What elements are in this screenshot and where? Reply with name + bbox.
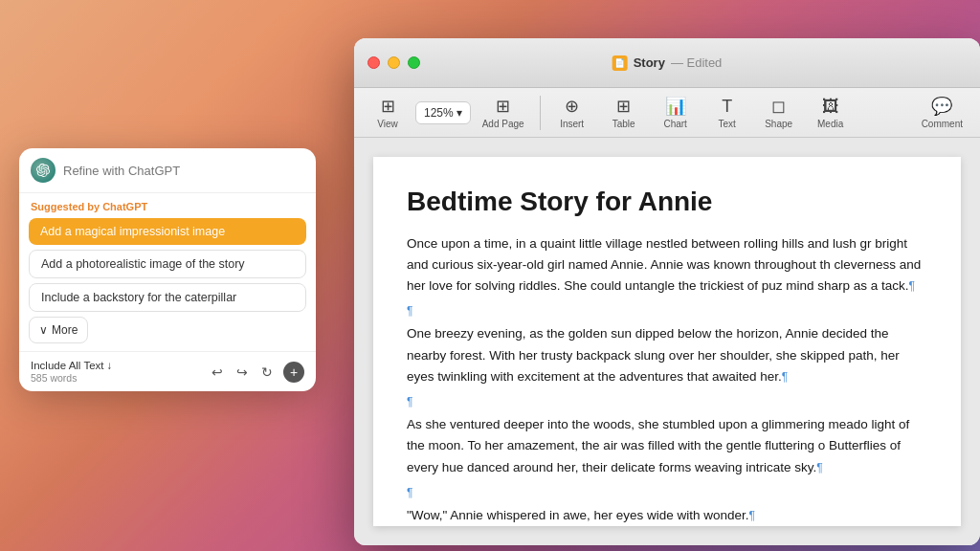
chatgpt-suggestions-area: Suggested by ChatGPT Add a magical impre…	[19, 193, 316, 351]
chatgpt-search-bar	[19, 148, 316, 193]
toolbar-separator-1	[540, 96, 541, 130]
table-label: Table	[612, 119, 635, 129]
zoom-value: 125%	[424, 106, 454, 120]
document-name: Story	[634, 55, 665, 70]
pilcrow-3: ¶	[816, 461, 822, 474]
window-title: 📄 Story — Edited	[612, 55, 723, 71]
include-expand-icon: ↓	[107, 360, 113, 371]
toolbar-chart[interactable]: 📊 Chart	[652, 92, 700, 133]
chatgpt-search-input[interactable]	[63, 164, 304, 178]
suggestion-button-2[interactable]: Add a photorealistic image of the story	[29, 250, 306, 278]
chart-label: Chart	[663, 119, 686, 129]
suggestion-button-1[interactable]: Add a magical impressionist image	[29, 218, 306, 245]
more-chevron-icon: ∨	[39, 323, 48, 337]
chart-icon: 📊	[665, 96, 686, 117]
doc-paragraph-2: One breezy evening, as the golden sun di…	[407, 323, 927, 387]
toolbar-view[interactable]: ⊞ View	[364, 92, 412, 133]
include-all-text-label: Include All Text	[31, 360, 104, 371]
toolbar-add-page[interactable]: ⊞ Add Page	[475, 92, 532, 133]
document-icon: 📄	[612, 55, 628, 71]
media-icon: 🖼	[822, 97, 839, 117]
toolbar-table[interactable]: ⊞ Table	[600, 92, 648, 133]
shape-icon: ◻	[771, 96, 786, 117]
document-area: Bedtime Story for Annie Once upon a time…	[354, 138, 980, 545]
footer-left: Include All Text ↓ 585 words	[31, 360, 205, 384]
refresh-button[interactable]: ↻	[258, 362, 276, 383]
view-label: View	[377, 119, 398, 129]
toolbar-insert[interactable]: ⊕ Insert	[548, 92, 596, 133]
text-icon: T	[722, 97, 732, 117]
maximize-button[interactable]	[408, 56, 420, 69]
include-all-text: Include All Text ↓	[31, 360, 205, 371]
add-button[interactable]: +	[283, 362, 304, 383]
pilcrow-4: ¶	[749, 509, 755, 522]
doc-paragraph-3: As she ventured deeper into the woods, s…	[407, 414, 927, 478]
redo-button[interactable]: ↪	[234, 362, 251, 383]
pilcrow-2: ¶	[782, 370, 788, 384]
doc-spacer-2: ¶	[407, 395, 927, 408]
zoom-chevron-icon: ▾	[457, 106, 462, 120]
toolbar-shape[interactable]: ◻ Shape	[755, 92, 803, 133]
close-button[interactable]	[368, 56, 380, 69]
doc-spacer-3: ¶	[407, 486, 927, 499]
document-page: Bedtime Story for Annie Once upon a time…	[373, 157, 961, 526]
more-label: More	[52, 323, 78, 337]
chatgpt-panel: Suggested by ChatGPT Add a magical impre…	[19, 148, 316, 391]
undo-button[interactable]: ↩	[209, 362, 226, 383]
suggested-by-label: Suggested by ChatGPT	[29, 201, 306, 212]
footer-actions: ↩ ↪ ↻ +	[209, 362, 304, 383]
chatgpt-footer: Include All Text ↓ 585 words ↩ ↪ ↻ +	[19, 351, 316, 391]
traffic-lights	[368, 56, 420, 69]
toolbar-comment[interactable]: 💬 Comment	[914, 92, 970, 133]
insert-icon: ⊕	[565, 96, 579, 117]
doc-paragraph-1: Once upon a time, in a quaint little vil…	[407, 233, 927, 298]
chatgpt-orb-icon	[31, 158, 56, 183]
comment-label: Comment	[922, 119, 963, 129]
minimize-button[interactable]	[388, 56, 400, 69]
shape-label: Shape	[765, 119, 792, 129]
table-icon: ⊞	[616, 96, 631, 117]
zoom-control[interactable]: 125% ▾	[415, 101, 471, 124]
document-title: Bedtime Story for Annie	[407, 186, 927, 218]
doc-paragraph-4: "Wow," Annie whispered in awe, her eyes …	[407, 505, 927, 526]
toolbar-media[interactable]: 🖼 Media	[807, 93, 855, 133]
edited-label: — Edited	[671, 55, 722, 70]
pages-window: 📄 Story — Edited ⊞ View 125% ▾ ⊞ Add Pag…	[354, 38, 980, 545]
pilcrow-1: ¶	[909, 279, 915, 293]
insert-label: Insert	[560, 119, 584, 129]
suggestion-button-3[interactable]: Include a backstory for the caterpillar	[29, 283, 306, 312]
media-label: Media	[817, 119, 843, 129]
view-icon: ⊞	[381, 96, 395, 117]
text-label: Text	[718, 119, 735, 129]
title-bar: 📄 Story — Edited	[354, 38, 980, 88]
add-page-label: Add Page	[482, 119, 524, 129]
add-page-icon: ⊞	[496, 96, 510, 117]
comment-icon: 💬	[931, 96, 952, 117]
toolbar: ⊞ View 125% ▾ ⊞ Add Page ⊕ Insert ⊞ Tabl…	[354, 88, 980, 138]
more-suggestions-button[interactable]: ∨ More	[29, 317, 88, 343]
toolbar-text[interactable]: T Text	[703, 93, 751, 133]
word-count: 585 words	[31, 372, 205, 384]
doc-spacer-1: ¶	[407, 304, 927, 318]
